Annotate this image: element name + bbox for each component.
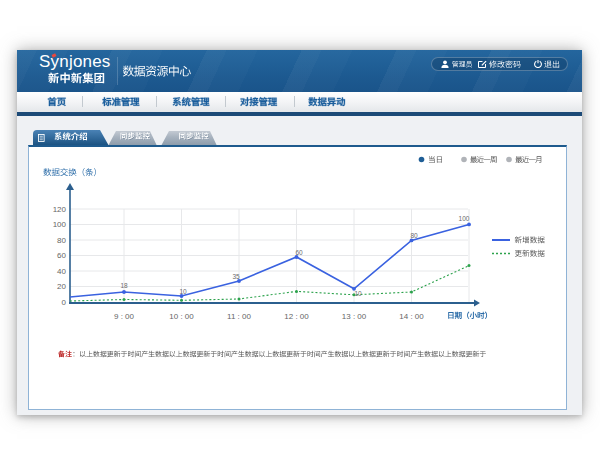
svg-text:20: 20 <box>57 282 66 291</box>
svg-text:11 : 00: 11 : 00 <box>227 312 251 321</box>
svg-text:80: 80 <box>410 232 418 239</box>
svg-text:0: 0 <box>62 298 67 307</box>
svg-text:60: 60 <box>295 249 303 256</box>
svg-text:100: 100 <box>53 220 67 229</box>
svg-text:10: 10 <box>354 290 362 297</box>
svg-text:80: 80 <box>57 236 66 245</box>
svg-text:14 : 00: 14 : 00 <box>399 312 424 321</box>
svg-text:10 : 00: 10 : 00 <box>169 312 194 321</box>
svg-text:120: 120 <box>53 205 67 214</box>
svg-text:9 : 00: 9 : 00 <box>114 312 135 321</box>
svg-text:18: 18 <box>120 282 128 289</box>
svg-text:35: 35 <box>232 273 240 280</box>
svg-text:10: 10 <box>179 288 187 295</box>
svg-text:40: 40 <box>57 267 66 276</box>
svg-text:100: 100 <box>459 215 470 222</box>
svg-text:12 : 00: 12 : 00 <box>284 312 309 321</box>
svg-text:13 : 00: 13 : 00 <box>342 312 367 321</box>
svg-text:60: 60 <box>57 251 66 260</box>
